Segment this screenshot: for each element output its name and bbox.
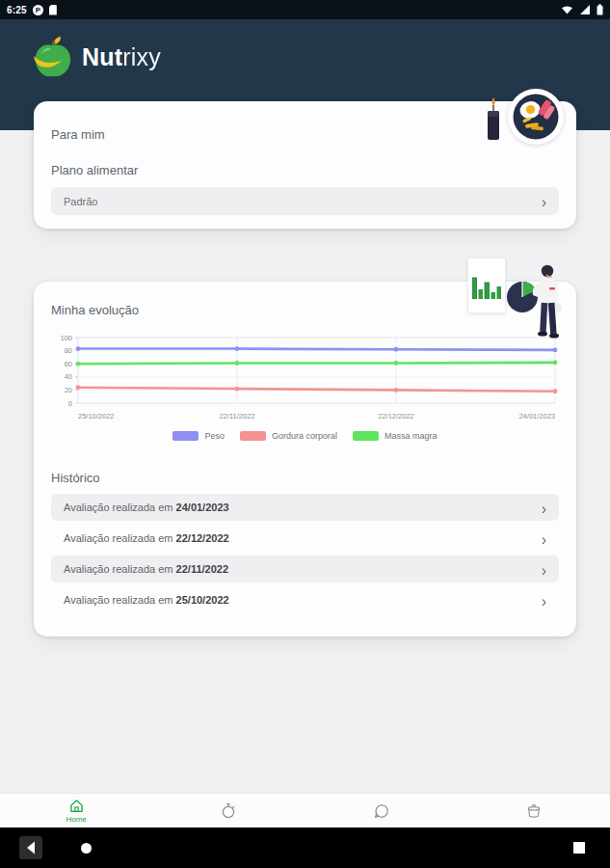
- svg-text:100: 100: [60, 334, 72, 342]
- evolution-line-chart-canvas[interactable]: 02040608010025/10/202222/11/202222/12/20…: [41, 332, 569, 428]
- android-nav-bar: [0, 827, 610, 868]
- sim-card-icon: [49, 5, 57, 15]
- history-row-text: Avaliação realizada em 22/12/2022: [64, 532, 229, 544]
- history-list: Avaliação realizada em 24/01/2023 › Aval…: [51, 494, 559, 613]
- svg-text:40: 40: [65, 372, 72, 381]
- svg-text:24/01/2023: 24/01/2023: [518, 412, 555, 420]
- svg-text:22/11/2022: 22/11/2022: [220, 412, 255, 420]
- chevron-right-icon: ›: [542, 499, 546, 515]
- chevron-right-icon: ›: [542, 560, 546, 577]
- svg-text:80: 80: [65, 346, 72, 355]
- history-row[interactable]: Avaliação realizada em 22/12/2022 ›: [51, 525, 559, 552]
- para-mim-card: Para mim Plano alimentar Padrão ›: [34, 101, 576, 229]
- legend-item[interactable]: Massa magra: [353, 431, 438, 441]
- evolution-card: Minha evolução 02040608010025/10/202222/…: [34, 282, 576, 637]
- legend-swatch: [240, 431, 266, 441]
- para-mim-title: Para mim: [51, 127, 105, 142]
- legend-label: Peso: [204, 431, 225, 441]
- history-row-text: Avaliação realizada em 24/01/2023: [64, 502, 229, 513]
- nav-item-chat[interactable]: [305, 794, 458, 827]
- app-screen: 6:25 P Nutrixy: [0, 0, 610, 868]
- legend-swatch: [353, 431, 379, 441]
- chevron-right-icon: ›: [542, 591, 546, 608]
- nav-item-pot[interactable]: [458, 794, 610, 827]
- nav-item-home-label: Home: [66, 815, 86, 824]
- plan-dropdown-value: Padrão: [64, 196, 97, 207]
- notification-p-icon: P: [33, 5, 43, 15]
- battery-icon: [597, 4, 603, 15]
- legend-label: Massa magra: [385, 431, 438, 441]
- android-recents-button[interactable]: [573, 842, 585, 854]
- svg-text:22/12/2022: 22/12/2022: [378, 412, 414, 420]
- legend-label: Gordura corporal: [272, 431, 337, 441]
- food-plate-illustration: [506, 87, 566, 147]
- history-row[interactable]: Avaliação realizada em 22/11/2022 ›: [51, 556, 559, 583]
- status-bar: 6:25 P: [0, 0, 610, 19]
- app-title: Nutrixy: [82, 43, 161, 71]
- history-row-text: Avaliação realizada em 22/11/2022: [64, 563, 228, 575]
- app-logo: Nutrixy: [32, 35, 161, 79]
- history-title: Histórico: [51, 471, 100, 485]
- person-pie-illustration: [504, 258, 583, 343]
- nav-item-home[interactable]: Home: [0, 794, 152, 827]
- plan-label: Plano alimentar: [51, 163, 138, 177]
- wifi-icon: [561, 4, 573, 15]
- svg-text:0: 0: [68, 399, 72, 408]
- evolution-title: Minha evolução: [51, 303, 139, 317]
- candle-icon: [485, 95, 502, 151]
- nav-item-timer[interactable]: [152, 794, 305, 827]
- history-row-text: Avaliação realizada em 25/10/2022: [64, 594, 229, 606]
- legend-swatch: [172, 431, 199, 441]
- svg-text:25/10/2022: 25/10/2022: [78, 412, 115, 420]
- android-home-button[interactable]: [81, 843, 92, 854]
- status-time: 6:25: [7, 5, 27, 15]
- evolution-chart[interactable]: 02040608010025/10/202222/11/202222/12/20…: [41, 332, 569, 441]
- legend-item[interactable]: Gordura corporal: [240, 431, 337, 441]
- android-back-button[interactable]: [19, 836, 42, 859]
- chevron-right-icon: ›: [542, 529, 546, 546]
- history-row[interactable]: Avaliação realizada em 24/01/2023 ›: [51, 494, 559, 521]
- chart-legend: PesoGordura corporalMassa magra: [41, 431, 569, 441]
- back-arrow-icon: [24, 840, 38, 855]
- bar-chart-illustration: [467, 258, 506, 313]
- app-title-bold: Nut: [82, 43, 122, 70]
- signal-icon: [579, 4, 591, 15]
- legend-item[interactable]: Peso: [172, 431, 225, 441]
- app-title-light: rixy: [122, 43, 161, 70]
- svg-text:20: 20: [65, 386, 72, 394]
- history-row[interactable]: Avaliação realizada em 25/10/2022 ›: [51, 586, 559, 613]
- timer-icon: [220, 802, 237, 820]
- chevron-right-icon: ›: [542, 193, 546, 209]
- bottom-nav: Home: [0, 793, 610, 827]
- home-icon: [68, 798, 85, 814]
- plan-dropdown[interactable]: Padrão ›: [51, 187, 559, 215]
- apple-banana-logo-icon: [32, 35, 74, 79]
- chat-icon: [373, 802, 390, 820]
- pot-icon: [525, 802, 543, 820]
- svg-text:60: 60: [65, 360, 72, 368]
